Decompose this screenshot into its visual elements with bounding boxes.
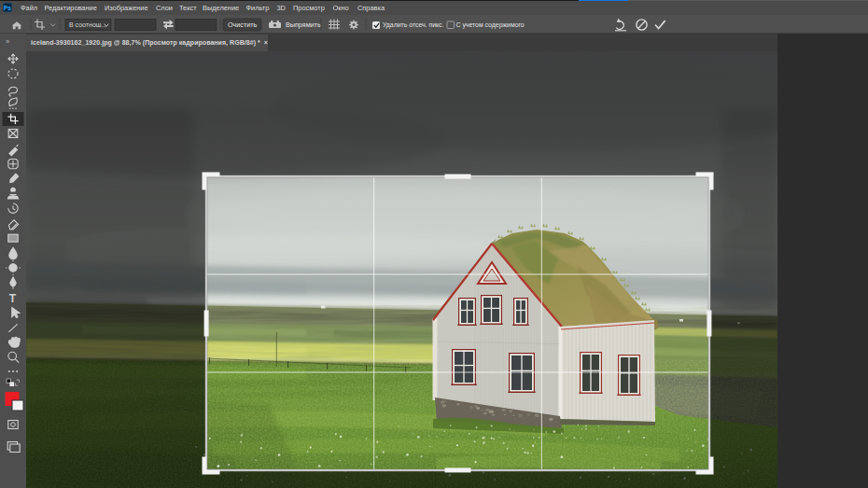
svg-text:Удалить отсеч. пикс.: Удалить отсеч. пикс. (383, 21, 444, 29)
svg-text:С учетом содержимого: С учетом содержимого (456, 21, 525, 29)
svg-text:Очистить: Очистить (228, 21, 258, 29)
svg-text:»: » (6, 37, 9, 46)
svg-text:T: T (9, 292, 17, 305)
svg-text:Выпрямить: Выпрямить (286, 21, 321, 29)
svg-text:В соотнош...: В соотнош... (69, 21, 106, 28)
